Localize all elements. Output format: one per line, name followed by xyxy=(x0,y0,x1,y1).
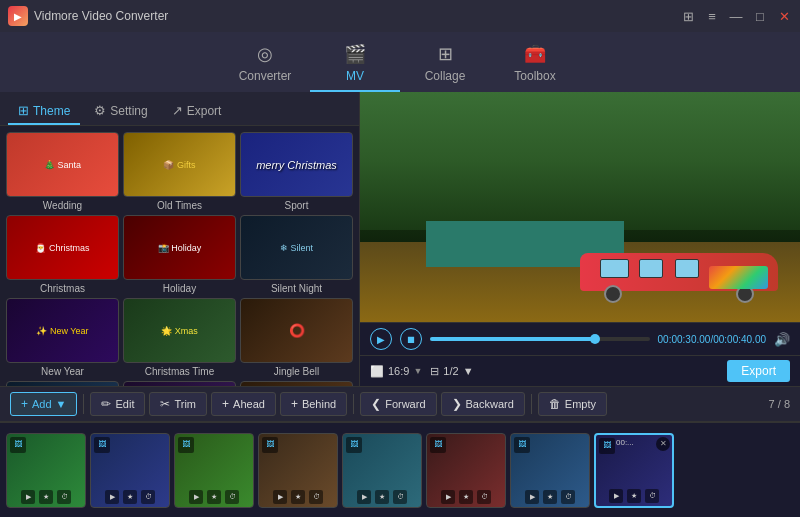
theme-item-sport[interactable]: merry Christmas Sport xyxy=(240,132,353,211)
tl-play-6[interactable]: ▶ xyxy=(441,490,455,504)
right-panel: ▶ ⏹ 00:00:30.00/00:00:40.00 🔊 ⬜ 16:9 ▼ ⊟ xyxy=(360,92,800,386)
ahead-icon: + xyxy=(222,397,229,411)
ratio-selector[interactable]: ⬜ 16:9 ▼ xyxy=(370,365,422,378)
add-button[interactable]: + Add ▼ xyxy=(10,392,77,416)
theme-item-christmas[interactable]: 🎅 Christmas Christmas xyxy=(6,215,119,294)
tl-star-3[interactable]: ★ xyxy=(207,490,221,504)
behind-button[interactable]: + Behind xyxy=(280,392,347,416)
tab-toolbox[interactable]: 🧰 Toolbox xyxy=(490,36,580,92)
mv-icon: 🎬 xyxy=(344,43,366,65)
maximize-button[interactable]: □ xyxy=(752,8,768,24)
minimize-button[interactable]: — xyxy=(728,8,744,24)
tl-time-7[interactable]: ⏱ xyxy=(561,490,575,504)
empty-button[interactable]: 🗑 Empty xyxy=(538,392,607,416)
theme-item-enjoychristmas[interactable]: 🎁 Enjoy Enjoy Christmas xyxy=(240,381,353,386)
tl-star-6[interactable]: ★ xyxy=(459,490,473,504)
timeline-item-7[interactable]: 🖼 ▶ ★ ⏱ xyxy=(510,433,590,508)
export-button[interactable]: Export xyxy=(727,360,790,382)
tl-time-1[interactable]: ⏱ xyxy=(57,490,71,504)
tl-time-3[interactable]: ⏱ xyxy=(225,490,239,504)
left-panel-tabs: ⊞ Theme ⚙ Setting ↗ Export xyxy=(0,92,359,126)
backward-button[interactable]: ❯ Backward xyxy=(441,392,525,416)
theme-item-jinglebell[interactable]: ⭕ Jingle Bell xyxy=(240,298,353,377)
app-icon: ▶ xyxy=(8,6,28,26)
timeline-item-3[interactable]: 🖼 ▶ ★ ⏱ xyxy=(174,433,254,508)
tl-time-6[interactable]: ⏱ xyxy=(477,490,491,504)
timeline-item-1[interactable]: 🖼 ▶ ★ ⏱ xyxy=(6,433,86,508)
window-icon-2[interactable]: ≡ xyxy=(704,8,720,24)
page-selector[interactable]: ⊟ 1/2 ▼ xyxy=(430,365,473,378)
tl-play-1[interactable]: ▶ xyxy=(21,490,35,504)
tl-controls-2: ▶ ★ ⏱ xyxy=(91,490,169,504)
tl-star-4[interactable]: ★ xyxy=(291,490,305,504)
forward-button[interactable]: ❮ Forward xyxy=(360,392,436,416)
behind-label: Behind xyxy=(302,398,336,410)
theme-item-wedding[interactable]: 🎄 Santa Wedding xyxy=(6,132,119,211)
tl-close-8[interactable]: ✕ xyxy=(656,437,670,451)
progress-track[interactable] xyxy=(430,337,650,341)
tab-theme[interactable]: ⊞ Theme xyxy=(8,98,80,125)
tl-controls-4: ▶ ★ ⏱ xyxy=(259,490,337,504)
tl-star-2[interactable]: ★ xyxy=(123,490,137,504)
tl-play-4[interactable]: ▶ xyxy=(273,490,287,504)
ahead-button[interactable]: + Ahead xyxy=(211,392,276,416)
play-button[interactable]: ▶ xyxy=(370,328,392,350)
theme-thumb-christmaslight: 💡 xyxy=(123,381,236,386)
timeline-item-8[interactable]: 🖼 00:... ✕ ▶ ★ ⏱ xyxy=(594,433,674,508)
tl-play-7[interactable]: ▶ xyxy=(525,490,539,504)
tl-time-2[interactable]: ⏱ xyxy=(141,490,155,504)
edit-button[interactable]: ✏ Edit xyxy=(90,392,145,416)
theme-thumb-christmasstory: 👶 Story xyxy=(6,381,119,386)
tl-play-3[interactable]: ▶ xyxy=(189,490,203,504)
tl-play-5[interactable]: ▶ xyxy=(357,490,371,504)
tab-converter[interactable]: ◎ Converter xyxy=(220,36,310,92)
tl-star-5[interactable]: ★ xyxy=(375,490,389,504)
theme-label-christmastime: Christmas Time xyxy=(145,366,214,377)
close-button[interactable]: ✕ xyxy=(776,8,792,24)
toolbox-icon: 🧰 xyxy=(524,43,546,65)
progress-thumb[interactable] xyxy=(590,334,600,344)
divider-1 xyxy=(83,394,84,414)
preview-background xyxy=(360,92,800,322)
title-bar-left: ▶ Vidmore Video Converter xyxy=(8,6,168,26)
empty-label: Empty xyxy=(565,398,596,410)
theme-thumb-christmastime: 🌟 Xmas xyxy=(123,298,236,363)
tab-mv-label: MV xyxy=(346,69,364,83)
theme-item-christmasstory[interactable]: 👶 Story Christmas Story xyxy=(6,381,119,386)
backward-label: Backward xyxy=(466,398,514,410)
window-icon-1[interactable]: ⊞ xyxy=(680,8,696,24)
timeline: 🖼 ▶ ★ ⏱ 🖼 ▶ ★ ⏱ 🖼 ▶ ★ ⏱ 🖼 ▶ ★ ⏱ xyxy=(0,422,800,517)
theme-item-christmastime[interactable]: 🌟 Xmas Christmas Time xyxy=(123,298,236,377)
tl-star-1[interactable]: ★ xyxy=(39,490,53,504)
tl-time-5[interactable]: ⏱ xyxy=(393,490,407,504)
theme-item-holiday[interactable]: 📸 Holiday Holiday xyxy=(123,215,236,294)
stop-icon: ⏹ xyxy=(406,334,416,345)
tl-icon-4: 🖼 xyxy=(262,437,278,453)
tl-time-4[interactable]: ⏱ xyxy=(309,490,323,504)
ratio-arrow: ▼ xyxy=(413,366,422,376)
forward-icon: ❮ xyxy=(371,397,381,411)
tab-export-left[interactable]: ↗ Export xyxy=(162,98,232,125)
timeline-item-2[interactable]: 🖼 ▶ ★ ⏱ xyxy=(90,433,170,508)
tl-play-2[interactable]: ▶ xyxy=(105,490,119,504)
timeline-item-6[interactable]: 🖼 ▶ ★ ⏱ xyxy=(426,433,506,508)
tl-star-8[interactable]: ★ xyxy=(627,489,641,503)
tl-icon-1: 🖼 xyxy=(10,437,26,453)
theme-item-oldtimes[interactable]: 📦 Gifts Old Times xyxy=(123,132,236,211)
title-bar: ▶ Vidmore Video Converter ⊞ ≡ — □ ✕ xyxy=(0,0,800,32)
trim-button[interactable]: ✂ Trim xyxy=(149,392,207,416)
volume-icon[interactable]: 🔊 xyxy=(774,332,790,347)
timeline-item-5[interactable]: 🖼 ▶ ★ ⏱ xyxy=(342,433,422,508)
tab-mv[interactable]: 🎬 MV xyxy=(310,36,400,92)
bottom-bar: ⬜ 16:9 ▼ ⊟ 1/2 ▼ Export xyxy=(360,355,800,386)
theme-item-newyear[interactable]: ✨ New Year New Year xyxy=(6,298,119,377)
tl-play-8[interactable]: ▶ xyxy=(609,489,623,503)
timeline-item-4[interactable]: 🖼 ▶ ★ ⏱ xyxy=(258,433,338,508)
theme-item-silentnight[interactable]: ❄ Silent Silent Night xyxy=(240,215,353,294)
tl-star-7[interactable]: ★ xyxy=(543,490,557,504)
theme-item-christmaslight[interactable]: 💡 Christmas Light xyxy=(123,381,236,386)
tl-time-8[interactable]: ⏱ xyxy=(645,489,659,503)
tab-collage[interactable]: ⊞ Collage xyxy=(400,36,490,92)
tab-setting[interactable]: ⚙ Setting xyxy=(84,98,157,125)
stop-button[interactable]: ⏹ xyxy=(400,328,422,350)
